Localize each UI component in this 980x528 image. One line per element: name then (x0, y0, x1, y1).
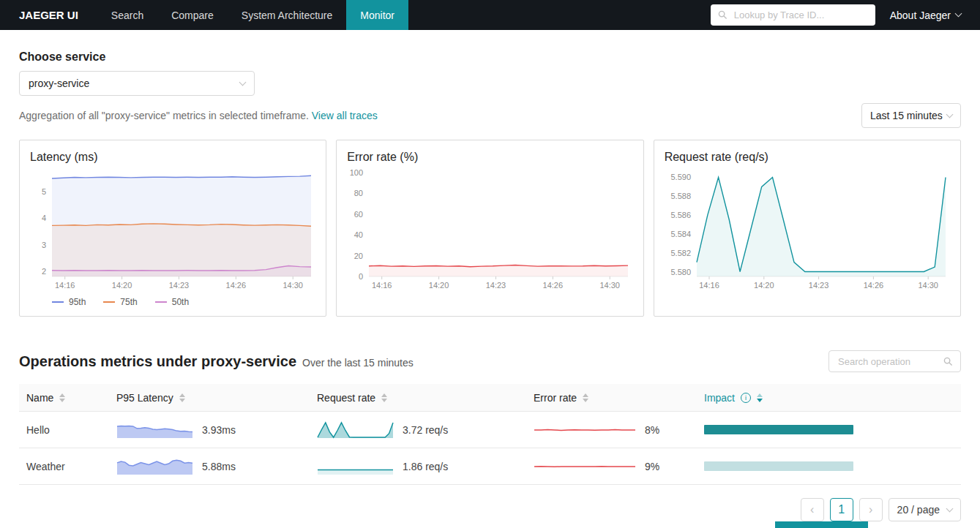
cell-error-rate: 9% (526, 460, 697, 473)
svg-text:14:23: 14:23 (486, 281, 506, 290)
info-icon[interactable]: i (741, 393, 751, 403)
column-label: Error rate (534, 392, 577, 404)
svg-text:14:23: 14:23 (169, 281, 190, 290)
svg-text:14:30: 14:30 (283, 281, 303, 290)
cell-impact (697, 425, 961, 434)
current-page-number: 1 (838, 503, 845, 516)
page-size-select[interactable]: 20 / page (889, 498, 961, 521)
timeframe-value: Last 15 minutes (870, 110, 943, 121)
nav-item-system-architecture[interactable]: System Architecture (228, 0, 347, 30)
service-select[interactable]: proxy-service (19, 71, 255, 96)
column-header-p95-latency[interactable]: P95 Latency (109, 392, 310, 404)
legend-item-75th: 75th (103, 297, 137, 307)
bottom-accent-strip (775, 521, 868, 528)
svg-text:14:26: 14:26 (543, 281, 564, 290)
svg-text:5.588: 5.588 (670, 192, 691, 200)
svg-text:5.590: 5.590 (670, 173, 691, 181)
choose-service-heading: Choose service (19, 50, 961, 64)
legend-label: 50th (172, 297, 189, 307)
request-rate-card-title: Request rate (req/s) (665, 151, 950, 164)
svg-text:14:16: 14:16 (55, 281, 75, 290)
operations-title: Operations metrics under proxy-serviceOv… (19, 353, 414, 370)
legend-item-95th: 95th (52, 297, 86, 307)
svg-text:14:30: 14:30 (600, 281, 621, 290)
table-header-row: Name P95 Latency Request rate Error rate… (19, 384, 961, 412)
chevron-left-icon: ‹ (810, 503, 814, 516)
latency-card: Latency (ms) 234514:1614:2014:2314:2614:… (19, 140, 326, 317)
nav-item-compare[interactable]: Compare (157, 0, 228, 30)
legend-label: 75th (120, 297, 137, 307)
trace-lookup-input[interactable] (733, 9, 868, 21)
svg-text:5.586: 5.586 (670, 211, 691, 219)
svg-text:5.582: 5.582 (670, 249, 691, 257)
operations-table: Name P95 Latency Request rate Error rate… (19, 384, 961, 485)
error-rate-value: 8% (645, 424, 659, 436)
cell-name: Hello (19, 424, 109, 436)
svg-text:5.580: 5.580 (670, 268, 691, 276)
svg-text:0: 0 (359, 272, 363, 281)
legend-item-50th: 50th (155, 297, 189, 307)
latency-sparkline (116, 457, 193, 476)
pagination-page-1[interactable]: 1 (830, 498, 853, 521)
trace-lookup-search[interactable] (711, 4, 875, 26)
metrics-cards-row: Latency (ms) 234514:1614:2014:2314:2614:… (19, 140, 961, 317)
svg-text:14:16: 14:16 (699, 281, 719, 290)
column-label: Request rate (317, 392, 375, 404)
operations-title-text: Operations metrics under proxy-service (19, 353, 296, 369)
cell-name: Weather (19, 461, 109, 472)
impact-bar (704, 425, 853, 434)
svg-text:4: 4 (42, 214, 46, 222)
cell-p95-latency: 3.93ms (109, 420, 310, 440)
column-header-impact[interactable]: Impact i (697, 392, 961, 404)
operation-search[interactable] (828, 350, 961, 372)
aggregation-row: Aggregation of all "proxy-service" metri… (19, 103, 961, 128)
nav-item-search[interactable]: Search (97, 0, 157, 30)
legend-swatch (155, 301, 167, 303)
operation-name: Weather (26, 461, 65, 472)
legend-label: 95th (69, 297, 86, 307)
svg-text:14:30: 14:30 (918, 281, 938, 290)
chevron-down-icon (955, 10, 962, 18)
pagination-prev-button[interactable]: ‹ (801, 498, 824, 521)
column-header-error-rate[interactable]: Error rate (526, 392, 697, 404)
svg-text:80: 80 (354, 189, 363, 197)
request-rate-chart: 5.5805.5825.5845.5865.5885.59014:1614:20… (665, 168, 950, 291)
request-rate-card: Request rate (req/s) 5.5805.5825.5845.58… (654, 140, 961, 317)
chevron-right-icon: › (869, 503, 872, 516)
operation-search-input[interactable] (837, 355, 943, 368)
about-jaeger-label: About Jaeger (890, 10, 951, 21)
svg-text:14:23: 14:23 (808, 281, 828, 290)
latency-chart: 234514:1614:2014:2314:2614:30 (30, 168, 315, 291)
column-header-request-rate[interactable]: Request rate (310, 392, 526, 404)
view-all-traces-link[interactable]: View all traces (312, 110, 378, 121)
request-rate-sparkline (317, 457, 394, 476)
error-rate-value: 9% (645, 461, 659, 472)
cell-error-rate: 8% (526, 423, 697, 437)
sort-icons (59, 393, 65, 402)
search-icon (718, 10, 727, 20)
service-select-value: proxy-service (29, 78, 89, 89)
page-size-value: 20 / page (897, 504, 940, 516)
impact-bar (704, 461, 853, 471)
svg-text:3: 3 (42, 241, 46, 249)
app-brand[interactable]: JAEGER UI (0, 9, 97, 21)
column-label: Impact (704, 392, 735, 404)
legend-swatch (52, 301, 64, 303)
nav-item-monitor[interactable]: Monitor (346, 0, 408, 30)
column-header-name[interactable]: Name (19, 392, 109, 404)
operations-header: Operations metrics under proxy-serviceOv… (19, 350, 961, 372)
svg-text:14:26: 14:26 (863, 281, 883, 290)
search-icon (943, 357, 953, 366)
svg-text:5.584: 5.584 (670, 230, 691, 238)
column-label: Name (26, 392, 53, 404)
chevron-down-icon (946, 110, 954, 118)
error-rate-card-title: Error rate (%) (347, 151, 632, 164)
timeframe-select[interactable]: Last 15 minutes (861, 103, 961, 128)
about-jaeger-menu[interactable]: About Jaeger (890, 10, 961, 21)
request-rate-value: 3.72 req/s (403, 424, 448, 436)
pagination-next-button[interactable]: › (859, 498, 883, 521)
svg-text:2: 2 (42, 267, 46, 276)
svg-text:14:20: 14:20 (112, 281, 132, 290)
operations-subtitle: Over the last 15 minutes (302, 357, 414, 369)
latency-legend: 95th 75th 50th (30, 297, 315, 307)
